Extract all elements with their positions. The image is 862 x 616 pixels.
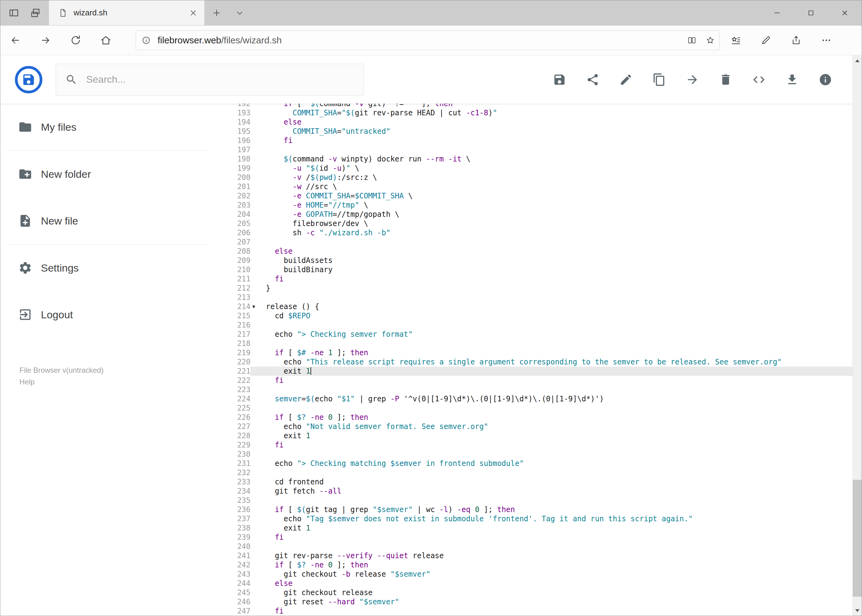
code-line-245[interactable]: 245 git checkout release <box>216 588 853 597</box>
code-line-217[interactable]: 217 echo "> Checking semver format" <box>216 330 853 339</box>
code-line-220[interactable]: 220 echo "This release script requires a… <box>216 357 853 366</box>
code-line-192[interactable]: 192 if [ "$(command -v git)" != "" ]; th… <box>216 104 853 108</box>
code-line-232[interactable]: 232 <box>216 468 853 477</box>
code-line-228[interactable]: 228 exit 1 <box>216 431 853 440</box>
reading-view-icon[interactable] <box>687 36 697 45</box>
code-line-211[interactable]: 211 fi <box>216 274 853 284</box>
scrollbar-thumb[interactable] <box>853 480 862 597</box>
code-editor-button[interactable] <box>752 73 766 86</box>
code-line-218[interactable]: 218 <box>216 339 853 348</box>
home-button[interactable] <box>91 25 121 55</box>
code-line-246[interactable]: 246 git reset --hard "$semver" <box>216 597 853 607</box>
code-line-230[interactable]: 230 <box>216 449 853 459</box>
code-line-213[interactable]: 213 <box>216 293 853 302</box>
back-button[interactable] <box>0 25 30 55</box>
tabs-preview-icon[interactable] <box>30 7 41 19</box>
code-line-222[interactable]: 222 fi <box>216 376 853 385</box>
code-line-198[interactable]: 198 $(command -v winpty) docker run --rm… <box>216 154 853 163</box>
code-line-225[interactable]: 225 <box>216 404 853 413</box>
web-note-pen-icon[interactable] <box>761 35 771 46</box>
vertical-scrollbar[interactable] <box>853 55 862 616</box>
help-link[interactable]: Help <box>19 376 216 388</box>
new-tab-button[interactable] <box>204 0 229 25</box>
favorites-hub-icon[interactable] <box>731 35 741 46</box>
code-line-212[interactable]: 212} <box>216 284 853 293</box>
code-line-237[interactable]: 237 echo "Tag $semver does not exist in … <box>216 514 853 523</box>
more-ellipsis-icon[interactable] <box>821 35 832 46</box>
code-line-242[interactable]: 242 if [ $? -ne 0 ]; then <box>216 560 853 570</box>
sidebar-item-settings[interactable]: Settings <box>0 245 216 291</box>
code-line-204[interactable]: 204 -e GOPATH=//tmp/gopath \ <box>216 210 853 219</box>
save-button[interactable] <box>553 73 566 86</box>
search-input[interactable] <box>85 74 354 85</box>
url-field[interactable]: filebrowser.web/files/wizard.sh <box>136 30 720 50</box>
filebrowser-logo-icon[interactable] <box>14 66 43 94</box>
code-line-229[interactable]: 229 fi <box>216 440 853 449</box>
set-tabs-aside-icon[interactable] <box>8 7 19 19</box>
code-line-195[interactable]: 195 COMMIT_SHA="untracked" <box>216 127 853 136</box>
delete-button[interactable] <box>719 73 733 86</box>
code-line-244[interactable]: 244 else <box>216 579 853 588</box>
refresh-button[interactable] <box>61 25 91 55</box>
sidebar-item-new-file[interactable]: New file <box>0 198 216 244</box>
code-line-234[interactable]: 234 git fetch --all <box>216 487 853 496</box>
code-line-197[interactable]: 197 <box>216 145 853 154</box>
code-line-194[interactable]: 194 else <box>216 118 853 127</box>
code-line-233[interactable]: 233 cd frontend <box>216 477 853 487</box>
code-line-210[interactable]: 210 buildBinary <box>216 265 853 274</box>
code-line-239[interactable]: 239 fi <box>216 533 853 542</box>
code-line-247[interactable]: 247 fi <box>216 607 853 616</box>
code-line-209[interactable]: 209 buildAssets <box>216 256 853 265</box>
code-line-241[interactable]: 241 git rev-parse --verify --quiet relea… <box>216 551 853 560</box>
move-button[interactable] <box>686 73 699 86</box>
code-line-240[interactable]: 240 <box>216 542 853 551</box>
site-info-icon[interactable] <box>142 36 151 45</box>
code-line-199[interactable]: 199 -u "$(id -u)" \ <box>216 163 853 173</box>
tab-close-icon[interactable] <box>189 9 198 17</box>
rename-button[interactable] <box>619 73 633 86</box>
code-line-238[interactable]: 238 exit 1 <box>216 523 853 533</box>
code-line-201[interactable]: 201 -w //src \ <box>216 182 853 191</box>
code-line-200[interactable]: 200 -v /$(pwd):/src:z \ <box>216 173 853 182</box>
code-line-231[interactable]: 231 echo "> Checking matching $semver in… <box>216 459 853 468</box>
scroll-down-button[interactable] <box>853 605 862 616</box>
code-line-219[interactable]: 219 if [ $# -ne 1 ]; then <box>216 348 853 357</box>
code-line-205[interactable]: 205 filebrowser/dev \ <box>216 219 853 228</box>
code-line-227[interactable]: 227 echo "Not valid semver format. See s… <box>216 422 853 431</box>
code-line-196[interactable]: 196 fi <box>216 136 853 145</box>
code-line-214[interactable]: 214▾release () { <box>216 302 853 311</box>
search-box[interactable] <box>56 64 364 96</box>
code-line-207[interactable]: 207 <box>216 237 853 247</box>
code-line-215[interactable]: 215 cd $REPO <box>216 311 853 321</box>
code-line-216[interactable]: 216 <box>216 321 853 330</box>
code-line-226[interactable]: 226 if [ $? -ne 0 ]; then <box>216 413 853 422</box>
code-line-236[interactable]: 236 if [ $(git tag | grep "$semver" | wc… <box>216 505 853 514</box>
code-line-224[interactable]: 224 semver=$(echo "$1" | grep -P '^v(0|[… <box>216 394 853 404</box>
code-line-223[interactable]: 223 <box>216 385 853 394</box>
window-close-button[interactable] <box>828 0 862 25</box>
code-line-193[interactable]: 193 COMMIT_SHA="$(git rev-parse HEAD | c… <box>216 108 853 118</box>
fold-marker-icon[interactable]: ▾ <box>252 302 255 311</box>
code-line-221[interactable]: 221 exit 1 <box>216 366 853 376</box>
copy-button[interactable] <box>652 73 666 86</box>
code-editor[interactable]: 192 if [ "$(command -v git)" != "" ]; th… <box>216 104 853 616</box>
favorite-star-icon[interactable] <box>706 36 715 45</box>
code-line-202[interactable]: 202 -e COMMIT_SHA=$COMMIT_SHA \ <box>216 191 853 201</box>
forward-button[interactable] <box>30 25 61 55</box>
tab-wizard-sh[interactable]: wizard.sh <box>49 0 204 25</box>
code-line-208[interactable]: 208 else <box>216 247 853 256</box>
code-line-235[interactable]: 235 <box>216 496 853 505</box>
tab-list-button[interactable] <box>229 0 251 25</box>
sidebar-item-my-files[interactable]: My files <box>0 104 216 150</box>
share-button[interactable] <box>586 73 599 86</box>
minimize-button[interactable] <box>760 0 794 25</box>
code-line-206[interactable]: 206 sh -c "./wizard.sh -b" <box>216 228 853 237</box>
sidebar-item-new-folder[interactable]: New folder <box>0 151 216 198</box>
share-icon[interactable] <box>791 35 801 46</box>
code-line-243[interactable]: 243 git checkout -b release "$semver" <box>216 570 853 579</box>
code-line-203[interactable]: 203 -e HOME="//tmp" \ <box>216 201 853 210</box>
sidebar-item-logout[interactable]: Logout <box>0 291 216 338</box>
info-button[interactable] <box>819 73 832 86</box>
scroll-up-button[interactable] <box>853 55 862 66</box>
url-text[interactable]: filebrowser.web/files/wizard.sh <box>158 35 678 46</box>
